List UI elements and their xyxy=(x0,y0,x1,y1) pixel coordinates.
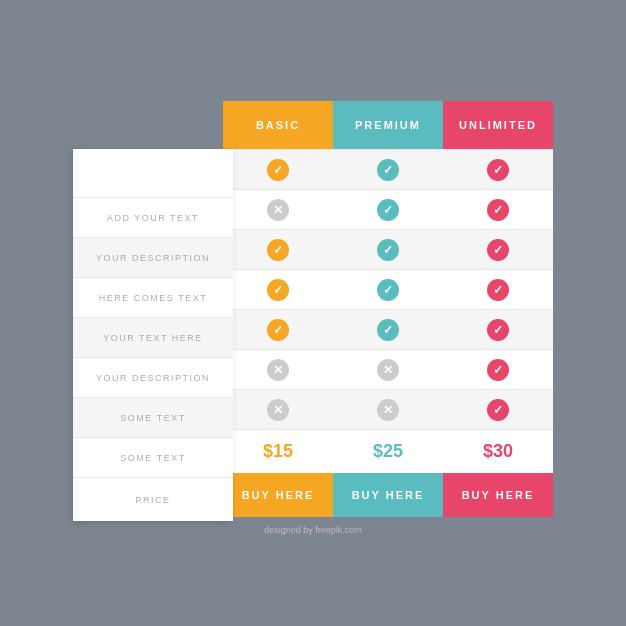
premium-column: ✓✓✓✓✓✕✕$25 xyxy=(333,149,443,473)
check-icon: ✓ xyxy=(487,319,509,341)
basic-header: BASIC xyxy=(223,101,333,149)
cell-premium-3: ✓ xyxy=(333,229,443,269)
feature-label-1: ADD YOUR TEXT xyxy=(107,213,199,223)
price-label: PRICE xyxy=(135,495,170,505)
feature-label-6: SOME TEXT xyxy=(120,413,185,423)
table-header: BASIC PREMIUM UNLIMITED xyxy=(223,101,553,149)
table-body: ✓✕✓✓✓✕✕$15 ✓✓✓✓✓✕✕$25 ✓✓✓✓✓✓✓$30 xyxy=(223,149,553,473)
cell-premium-6: ✕ xyxy=(333,349,443,389)
check-icon: ✓ xyxy=(377,239,399,261)
buy-unlimited-button[interactable]: BUY HERE xyxy=(443,473,553,517)
feature-label-4: YOUR TEXT HERE xyxy=(103,333,203,343)
label-row-2: YOUR DESCRIPTION xyxy=(73,237,233,277)
check-icon: ✓ xyxy=(487,199,509,221)
cell-premium-4: ✓ xyxy=(333,269,443,309)
pricing-table: ADD YOUR TEXT YOUR DESCRIPTION HERE COME… xyxy=(73,101,553,535)
check-icon: ✓ xyxy=(487,159,509,181)
basic-column: ✓✕✓✓✓✕✕$15 xyxy=(223,149,333,473)
check-icon: ✓ xyxy=(377,279,399,301)
premium-header: PREMIUM xyxy=(333,101,443,149)
unlimited-column: ✓✓✓✓✓✓✓$30 xyxy=(443,149,553,473)
buy-basic-button[interactable]: BUY HERE xyxy=(223,473,333,517)
label-row-6: SOME TEXT xyxy=(73,397,233,437)
cell-premium-1: ✓ xyxy=(333,149,443,189)
cell-basic-7: ✕ xyxy=(223,389,333,429)
x-icon: ✕ xyxy=(267,199,289,221)
price-unlimited: $30 xyxy=(443,429,553,473)
x-icon: ✕ xyxy=(377,399,399,421)
cell-unlimited-5: ✓ xyxy=(443,309,553,349)
cell-unlimited-3: ✓ xyxy=(443,229,553,269)
cell-unlimited-7: ✓ xyxy=(443,389,553,429)
cell-basic-6: ✕ xyxy=(223,349,333,389)
price-premium: $25 xyxy=(333,429,443,473)
cell-basic-1: ✓ xyxy=(223,149,333,189)
check-icon: ✓ xyxy=(377,319,399,341)
check-icon: ✓ xyxy=(267,239,289,261)
x-icon: ✕ xyxy=(267,399,289,421)
check-icon: ✓ xyxy=(487,239,509,261)
check-icon: ✓ xyxy=(487,359,509,381)
price-label-row: PRICE xyxy=(73,477,233,521)
feature-label-5: YOUR DESCRIPTION xyxy=(96,373,210,383)
feature-label-7: SOME TEXT xyxy=(120,453,185,463)
check-icon: ✓ xyxy=(377,159,399,181)
label-row-3: HERE COMES TEXT xyxy=(73,277,233,317)
check-icon: ✓ xyxy=(267,159,289,181)
table-footer: BUY HERE BUY HERE BUY HERE xyxy=(223,473,553,517)
watermark: designed by freepik.com xyxy=(73,525,553,535)
feature-labels: ADD YOUR TEXT YOUR DESCRIPTION HERE COME… xyxy=(73,149,233,521)
pricing-columns: BASIC PREMIUM UNLIMITED ✓✕✓✓✓✕✕$15 ✓✓✓✓✓… xyxy=(223,101,553,517)
price-basic: $15 xyxy=(223,429,333,473)
label-header-spacer xyxy=(73,149,233,197)
check-icon: ✓ xyxy=(267,279,289,301)
label-row-1: ADD YOUR TEXT xyxy=(73,197,233,237)
label-row-4: YOUR TEXT HERE xyxy=(73,317,233,357)
label-row-5: YOUR DESCRIPTION xyxy=(73,357,233,397)
cell-unlimited-6: ✓ xyxy=(443,349,553,389)
cell-unlimited-4: ✓ xyxy=(443,269,553,309)
unlimited-header: UNLIMITED xyxy=(443,101,553,149)
cell-unlimited-1: ✓ xyxy=(443,149,553,189)
check-icon: ✓ xyxy=(487,279,509,301)
cell-premium-7: ✕ xyxy=(333,389,443,429)
cell-basic-2: ✕ xyxy=(223,189,333,229)
check-icon: ✓ xyxy=(267,319,289,341)
cell-basic-4: ✓ xyxy=(223,269,333,309)
cell-premium-5: ✓ xyxy=(333,309,443,349)
cell-unlimited-2: ✓ xyxy=(443,189,553,229)
cell-basic-5: ✓ xyxy=(223,309,333,349)
cell-premium-2: ✓ xyxy=(333,189,443,229)
label-row-7: SOME TEXT xyxy=(73,437,233,477)
cell-basic-3: ✓ xyxy=(223,229,333,269)
check-icon: ✓ xyxy=(377,199,399,221)
x-icon: ✕ xyxy=(377,359,399,381)
check-icon: ✓ xyxy=(487,399,509,421)
x-icon: ✕ xyxy=(267,359,289,381)
feature-label-2: YOUR DESCRIPTION xyxy=(96,253,210,263)
buy-premium-button[interactable]: BUY HERE xyxy=(333,473,443,517)
feature-label-3: HERE COMES TEXT xyxy=(99,293,207,303)
